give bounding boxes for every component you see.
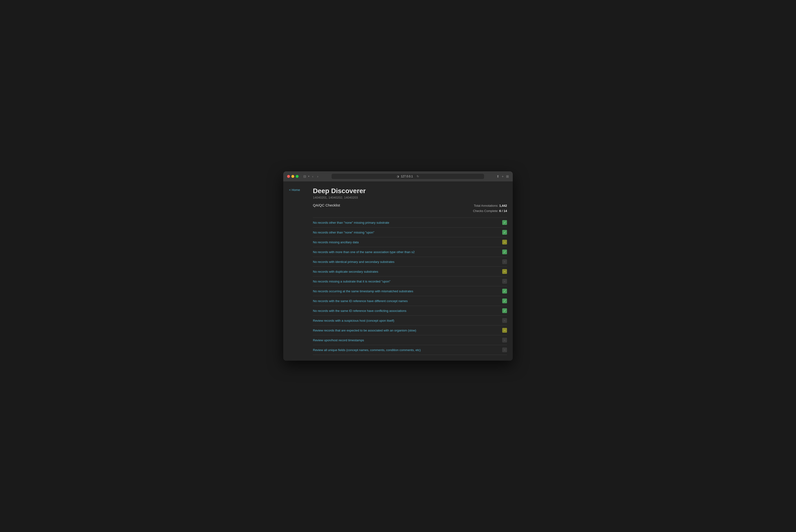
list-item[interactable]: Review all unique fields (concept names,…: [313, 345, 507, 355]
checks-complete-row: Checks Complete: 6 / 14: [473, 208, 507, 214]
list-item[interactable]: No records with more than one of the sam…: [313, 247, 507, 257]
item-label: Review upon/host record timestamps: [313, 338, 502, 342]
check-icon: ▪: [502, 318, 507, 323]
item-label: No records other than "none" missing "up…: [313, 231, 502, 234]
check-icon: [502, 230, 507, 235]
check-icon: [502, 269, 507, 274]
list-item[interactable]: Review records that are expected to be a…: [313, 325, 507, 335]
header-row: QA/QC Checklist Total Annotations: 1,442…: [313, 203, 507, 214]
list-item[interactable]: No records missing ancillary data: [313, 237, 507, 247]
total-annotations-label: Total Annotations:: [474, 204, 498, 207]
page-title: Deep Discoverer: [313, 187, 507, 195]
item-label: Review records with a suspicious host (c…: [313, 319, 502, 322]
check-icon: [502, 220, 507, 225]
check-icon: ▪: [502, 279, 507, 284]
share-button[interactable]: ⬆: [496, 174, 499, 178]
list-item[interactable]: Review upon/host record timestamps▪: [313, 335, 507, 345]
item-label: No records with the same ID reference ha…: [313, 309, 502, 312]
list-item[interactable]: No records occurring at the same timesta…: [313, 286, 507, 296]
main-content: Deep Discoverer 14040201, 14040202, 1404…: [308, 187, 507, 355]
check-icon: ▪: [502, 347, 507, 352]
sidebar: < Home: [289, 187, 308, 355]
chevron-down-icon[interactable]: ▾: [308, 175, 309, 177]
url-text: 127.0.0.1: [401, 175, 413, 178]
minimize-button[interactable]: [291, 175, 294, 178]
maximize-button[interactable]: [296, 175, 299, 178]
check-icon: ▪: [502, 259, 507, 264]
stats-area: Total Annotations: 1,442 Checks Complete…: [473, 203, 507, 214]
browser-controls: ⊟ ▾ ‹ ›: [303, 174, 319, 179]
browser-actions: ⬆ + ⊞: [496, 174, 509, 178]
list-item[interactable]: No records with the same ID reference ha…: [313, 306, 507, 316]
home-link[interactable]: < Home: [289, 188, 308, 192]
sidebar-toggle-icon[interactable]: ⊟: [303, 174, 306, 178]
list-item[interactable]: No records other than "none" missing pri…: [313, 218, 507, 228]
privacy-icon: ◑: [397, 175, 399, 178]
close-button[interactable]: [287, 175, 290, 178]
reload-icon[interactable]: ↻: [417, 175, 419, 178]
total-annotations-row: Total Annotations: 1,442: [473, 203, 507, 208]
traffic-lights: [287, 175, 299, 178]
item-label: No records with more than one of the sam…: [313, 250, 502, 254]
total-annotations-value: 1,442: [499, 204, 507, 207]
list-item[interactable]: Review records with a suspicious host (c…: [313, 316, 507, 325]
check-icon: [502, 299, 507, 303]
list-item[interactable]: No records with identical primary and se…: [313, 257, 507, 267]
list-item[interactable]: No records other than "none" missing "up…: [313, 228, 507, 237]
list-item[interactable]: No records with the same ID reference ha…: [313, 296, 507, 306]
checks-complete-label: Checks Complete:: [473, 209, 498, 213]
item-label: No records missing ancillary data: [313, 241, 502, 244]
item-label: No records missing a substrate that it i…: [313, 280, 502, 283]
browser-window: ⊟ ▾ ‹ › ◑ 127.0.0.1 ↻ ⬆ + ⊞ < Home Deep …: [283, 171, 513, 361]
item-label: Review records that are expected to be a…: [313, 329, 502, 332]
item-label: No records with the same ID reference ha…: [313, 299, 502, 303]
item-label: Review all unique fields (concept names,…: [313, 348, 502, 352]
new-tab-button[interactable]: +: [502, 174, 504, 178]
item-label: No records other than "none" missing pri…: [313, 221, 502, 224]
check-icon: [502, 249, 507, 254]
page-subtitle: 14040201, 14040202, 14040203: [313, 196, 507, 199]
address-bar[interactable]: ◑ 127.0.0.1 ↻: [331, 174, 484, 179]
browser-chrome: ⊟ ▾ ‹ › ◑ 127.0.0.1 ↻ ⬆ + ⊞: [283, 171, 513, 182]
checks-complete-value: 6 / 14: [499, 209, 507, 213]
check-icon: [502, 240, 507, 245]
checklist: No records other than "none" missing pri…: [313, 217, 507, 355]
list-item[interactable]: No records with duplicate secondary subs…: [313, 267, 507, 277]
item-label: No records with duplicate secondary subs…: [313, 270, 502, 273]
back-button[interactable]: ‹: [311, 174, 314, 179]
forward-button[interactable]: ›: [316, 174, 319, 179]
check-icon: ▪: [502, 338, 507, 342]
item-label: No records occurring at the same timesta…: [313, 289, 502, 293]
check-icon: [502, 308, 507, 313]
check-icon: [502, 328, 507, 333]
section-title: QA/QC Checklist: [313, 203, 340, 207]
check-icon: [502, 289, 507, 293]
grid-button[interactable]: ⊞: [506, 174, 509, 178]
page-content: < Home Deep Discoverer 14040201, 1404020…: [283, 182, 513, 361]
list-item[interactable]: No records missing a substrate that it i…: [313, 277, 507, 286]
item-label: No records with identical primary and se…: [313, 260, 502, 264]
